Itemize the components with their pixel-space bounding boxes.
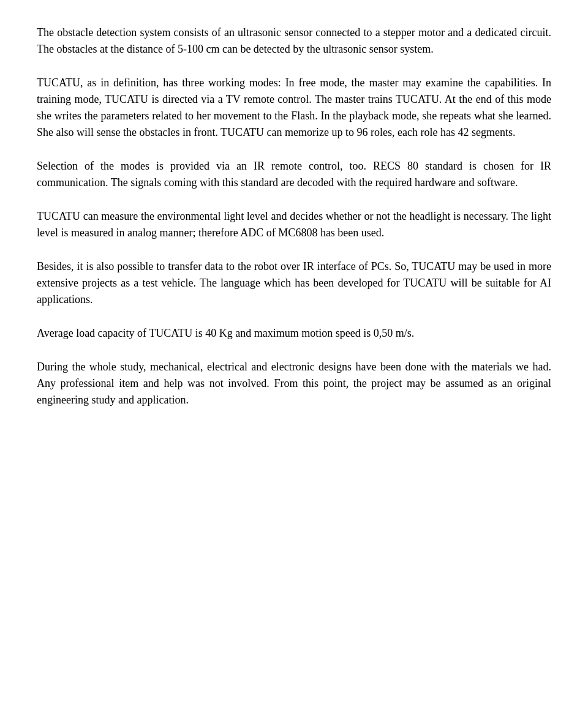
paragraph-3: Selection of the modes is provided via a… bbox=[37, 158, 551, 191]
page-container: The obstacle detection system consists o… bbox=[0, 0, 588, 709]
paragraph-2: TUCATU, as in definition, has three work… bbox=[37, 75, 551, 141]
paragraph-5: Besides, it is also possible to transfer… bbox=[37, 258, 551, 308]
paragraph-4: TUCATU can measure the environmental lig… bbox=[37, 208, 551, 241]
paragraph-6: Average load capacity of TUCATU is 40 Kg… bbox=[37, 325, 551, 342]
paragraph-7: During the whole study, mechanical, elec… bbox=[37, 359, 551, 408]
paragraph-1: The obstacle detection system consists o… bbox=[37, 24, 551, 58]
